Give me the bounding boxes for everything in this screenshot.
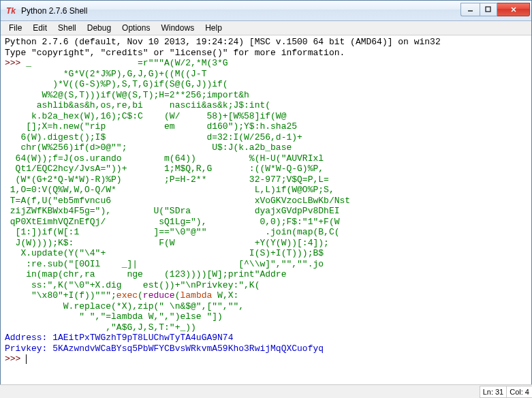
menu-file[interactable]: File (3, 22, 27, 34)
menu-bar: File Edit Shell Debug Options Windows He… (1, 21, 531, 35)
status-line: Ln: 31 (480, 386, 507, 398)
window-title: Python 2.7.6 Shell (21, 6, 460, 16)
close-button[interactable] (497, 3, 530, 16)
menu-debug[interactable]: Debug (82, 22, 116, 34)
status-col: Col: 4 (506, 386, 532, 398)
svg-rect-2 (486, 7, 490, 12)
app-icon: Tk (6, 5, 17, 16)
svg-text:Tk: Tk (6, 6, 16, 16)
shell-output[interactable]: Python 2.7.6 (default, Nov 10 2013, 19:2… (1, 35, 531, 384)
title-bar: Tk Python 2.7.6 Shell (1, 1, 531, 21)
menu-help[interactable]: Help (200, 22, 228, 34)
status-bar: Ln: 31 Col: 4 (0, 384, 532, 398)
window-controls (460, 3, 530, 16)
menu-shell[interactable]: Shell (52, 22, 82, 34)
menu-windows[interactable]: Windows (155, 22, 200, 34)
menu-options[interactable]: Options (116, 22, 155, 34)
menu-edit[interactable]: Edit (27, 22, 52, 34)
maximize-button[interactable] (480, 3, 497, 16)
minimize-button[interactable] (460, 3, 480, 16)
